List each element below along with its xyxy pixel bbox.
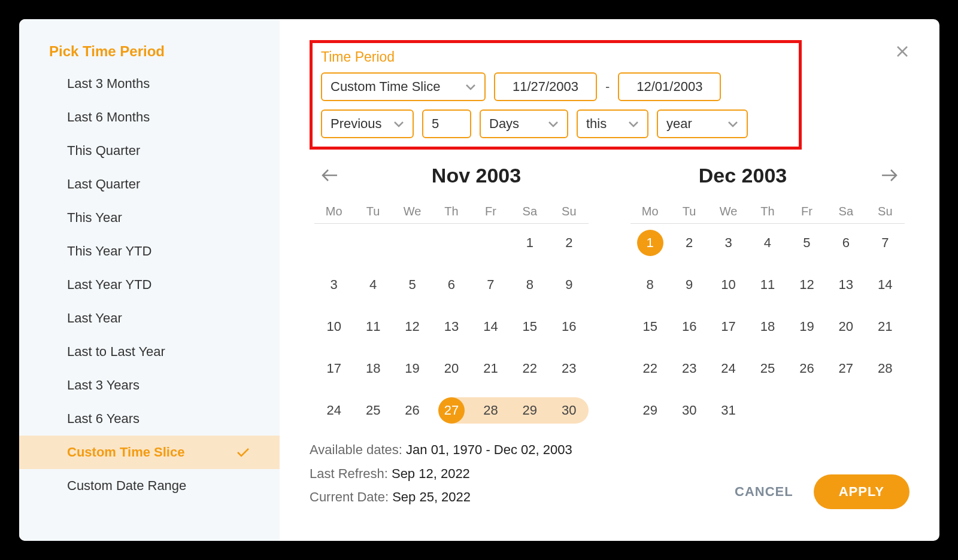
calendar-day[interactable]: 11 — [748, 272, 787, 298]
calendar-day[interactable]: 2 — [669, 230, 708, 256]
calendar-day[interactable]: 5 — [787, 230, 826, 256]
calendar-day[interactable]: 3 — [709, 230, 748, 256]
calendar-day[interactable]: 10 — [709, 272, 748, 298]
calendar-day[interactable]: 3 — [314, 272, 353, 298]
calendar-day[interactable]: 6 — [826, 230, 865, 256]
calendar-day[interactable]: 14 — [866, 272, 905, 298]
sidebar-item-label: Last 6 Months — [67, 109, 150, 125]
sidebar-item[interactable]: Custom Date Range — [19, 469, 280, 503]
sidebar-item[interactable]: This Year YTD — [19, 235, 280, 268]
calendar-day[interactable]: 20 — [432, 355, 471, 382]
sidebar-item[interactable]: Last 3 Months — [19, 67, 280, 101]
sidebar-item-label: Custom Time Slice — [67, 445, 184, 460]
calendar-day[interactable]: 12 — [787, 272, 826, 298]
date-to-input[interactable]: 12/01/2003 — [618, 72, 721, 101]
sidebar-item[interactable]: This Quarter — [19, 134, 280, 168]
calendar-day[interactable]: 23 — [550, 355, 589, 382]
select-value: this — [586, 116, 607, 132]
calendar-day[interactable]: 18 — [748, 314, 787, 340]
calendar-day[interactable]: 12 — [393, 314, 432, 340]
calendar-day[interactable]: 28 — [866, 355, 905, 382]
sidebar-item-label: This Quarter — [67, 143, 140, 159]
weekday-label: Sa — [510, 205, 549, 218]
calendar-day[interactable]: 6 — [432, 272, 471, 298]
calendar-day[interactable]: 17 — [314, 355, 353, 382]
calendar-day[interactable]: 9 — [550, 272, 589, 298]
calendar-day[interactable]: 8 — [630, 272, 669, 298]
calendar-day[interactable]: 2 — [550, 230, 589, 256]
calendar-day[interactable]: 4 — [748, 230, 787, 256]
calendar-day[interactable]: 29 — [510, 397, 549, 424]
calendar-day[interactable]: 10 — [314, 314, 353, 340]
current-date-value: Sep 25, 2022 — [392, 489, 471, 504]
cancel-button[interactable]: CANCEL — [735, 484, 793, 500]
calendar-day[interactable]: 22 — [510, 355, 549, 382]
calendar-day[interactable]: 30 — [669, 397, 708, 424]
calendar-day[interactable]: 16 — [669, 314, 708, 340]
calendar-day[interactable]: 8 — [510, 272, 549, 298]
calendar-day[interactable]: 26 — [393, 397, 432, 424]
date-from-input[interactable]: 11/27/2003 — [494, 72, 597, 101]
calendar-day[interactable]: 19 — [787, 314, 826, 340]
calendar-day[interactable]: 1 — [630, 230, 669, 256]
sidebar-item[interactable]: Last to Last Year — [19, 335, 280, 369]
calendar-day[interactable]: 19 — [393, 355, 432, 382]
sidebar-item-label: Last 3 Years — [67, 378, 140, 393]
calendar-day[interactable]: 21 — [866, 314, 905, 340]
calendar-day[interactable]: 15 — [630, 314, 669, 340]
calendar-day[interactable]: 13 — [826, 272, 865, 298]
calendar-day[interactable]: 29 — [630, 397, 669, 424]
sidebar-item[interactable]: Last 3 Years — [19, 369, 280, 402]
calendar-day[interactable]: 20 — [826, 314, 865, 340]
sidebar-item[interactable]: Last 6 Years — [19, 402, 280, 436]
calendar-day[interactable]: 31 — [709, 397, 748, 424]
calendar-day[interactable]: 30 — [550, 397, 589, 424]
calendar-day[interactable]: 17 — [709, 314, 748, 340]
unit-select[interactable]: Days — [480, 109, 568, 138]
weekday-label: Mo — [630, 205, 669, 218]
calendar-day[interactable]: 28 — [471, 397, 510, 424]
sidebar-item[interactable]: Last 6 Months — [19, 101, 280, 134]
calendar-day[interactable]: 13 — [432, 314, 471, 340]
sidebar-item[interactable]: Last Year — [19, 302, 280, 335]
calendar-day[interactable]: 14 — [471, 314, 510, 340]
sidebar-item[interactable]: Last Quarter — [19, 168, 280, 201]
apply-button[interactable]: APPLY — [814, 474, 910, 509]
sidebar-item[interactable]: Custom Time Slice — [19, 436, 280, 469]
calendar-day[interactable]: 11 — [353, 314, 392, 340]
calendar-day[interactable]: 21 — [471, 355, 510, 382]
calendar-day[interactable]: 24 — [314, 397, 353, 424]
calendar-day[interactable]: 15 — [510, 314, 549, 340]
calendar-day[interactable]: 24 — [709, 355, 748, 382]
calendar-day[interactable]: 5 — [393, 272, 432, 298]
count-input[interactable]: 5 — [422, 109, 471, 138]
calendar-day[interactable]: 26 — [787, 355, 826, 382]
time-period-type-select[interactable]: Custom Time Slice — [321, 72, 486, 101]
calendar-day[interactable]: 9 — [669, 272, 708, 298]
calendar-day[interactable]: 16 — [550, 314, 589, 340]
sidebar-title: Pick Time Period — [19, 43, 280, 67]
prev-month-icon[interactable] — [316, 163, 343, 188]
calendar-day[interactable]: 27 — [432, 397, 471, 424]
calendar-day[interactable]: 27 — [826, 355, 865, 382]
sidebar-item-label: Custom Date Range — [67, 478, 186, 494]
select-value: Days — [489, 116, 519, 132]
calendar-day[interactable]: 22 — [630, 355, 669, 382]
calendar-day[interactable]: 23 — [669, 355, 708, 382]
calendar-day[interactable]: 1 — [510, 230, 549, 256]
next-month-icon[interactable] — [876, 163, 904, 188]
calendar-day[interactable]: 25 — [748, 355, 787, 382]
calendar-day[interactable]: 25 — [353, 397, 392, 424]
calendar-day[interactable]: 7 — [866, 230, 905, 256]
scope-unit-select[interactable]: year — [657, 109, 748, 138]
sidebar-item-label: Last Quarter — [67, 176, 140, 192]
calendar-day[interactable]: 18 — [353, 355, 392, 382]
direction-select[interactable]: Previous — [321, 109, 414, 138]
calendar-day[interactable]: 7 — [471, 272, 510, 298]
close-icon[interactable] — [895, 44, 910, 59]
weekday-label: Th — [432, 205, 471, 218]
scope-select[interactable]: this — [577, 109, 648, 138]
sidebar-item[interactable]: Last Year YTD — [19, 268, 280, 302]
calendar-day[interactable]: 4 — [353, 272, 392, 298]
sidebar-item[interactable]: This Year — [19, 201, 280, 235]
